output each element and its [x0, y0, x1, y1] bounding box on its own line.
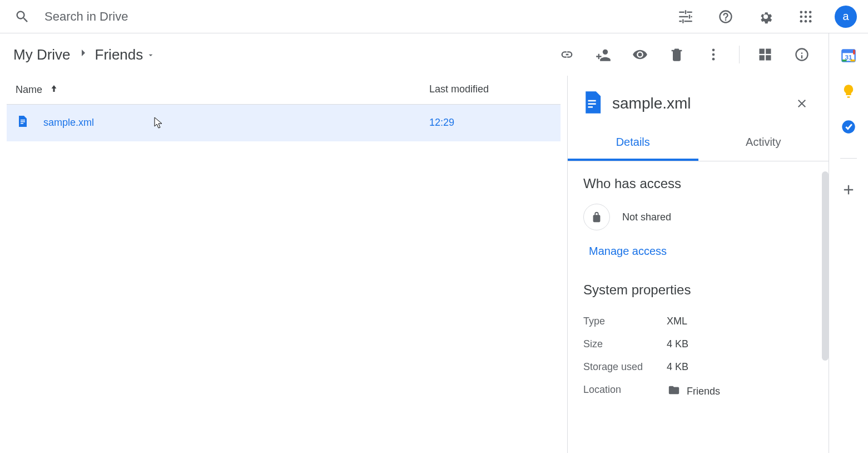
svg-rect-34: [842, 50, 855, 53]
search-input[interactable]: [44, 9, 378, 24]
toolbar-row: My Drive Friends: [0, 33, 829, 76]
breadcrumb-current[interactable]: Friends: [95, 46, 156, 63]
svg-rect-3: [679, 16, 688, 17]
prop-type-value: XML: [667, 316, 687, 327]
props-heading: System properties: [583, 282, 813, 298]
prop-location-label: Location: [583, 384, 667, 399]
prop-location-value[interactable]: Friends: [667, 384, 720, 399]
chevron-down-icon: [146, 46, 155, 63]
panel-tabs: Details Activity: [568, 126, 829, 161]
svg-rect-25: [760, 55, 765, 60]
avatar-letter: a: [842, 10, 849, 23]
preview-eye-icon[interactable]: [629, 43, 651, 66]
svg-point-20: [712, 49, 715, 52]
panel-doc-icon: [583, 91, 602, 116]
grid-view-icon[interactable]: [754, 43, 776, 66]
svg-point-18: [805, 19, 807, 22]
svg-rect-36: [842, 60, 846, 62]
svg-rect-26: [766, 55, 771, 60]
column-name[interactable]: Name: [16, 83, 429, 96]
tasks-icon[interactable]: [841, 119, 856, 135]
breadcrumb: My Drive Friends: [13, 46, 155, 63]
help-icon[interactable]: [715, 6, 737, 28]
toolbar-divider: [739, 46, 740, 63]
right-rail: 31: [829, 33, 868, 453]
column-modified[interactable]: Last modified: [429, 83, 552, 96]
filter-icon[interactable]: [674, 6, 697, 28]
breadcrumb-root[interactable]: My Drive: [13, 46, 71, 63]
scrollbar-thumb[interactable]: [822, 171, 829, 361]
add-icon[interactable]: [841, 182, 856, 198]
main: My Drive Friends: [0, 33, 868, 453]
svg-rect-1: [687, 11, 692, 12]
svg-rect-27: [21, 120, 25, 121]
doc-file-icon: [16, 115, 29, 131]
svg-point-15: [805, 15, 807, 18]
prop-size-label: Size: [583, 338, 667, 350]
svg-rect-37: [851, 60, 855, 62]
search-area: [11, 6, 674, 28]
svg-rect-28: [21, 121, 25, 122]
file-row[interactable]: sample.xml 12:29: [7, 105, 561, 141]
svg-point-16: [809, 15, 812, 18]
list-header: Name Last modified: [7, 76, 561, 105]
svg-rect-31: [588, 103, 596, 105]
gear-icon[interactable]: [755, 6, 777, 28]
prop-storage: Storage used 4 KB: [583, 356, 813, 378]
svg-rect-38: [853, 50, 855, 55]
topbar-right: a: [674, 6, 857, 28]
prop-storage-value: 4 KB: [667, 361, 688, 373]
link-icon[interactable]: [555, 43, 578, 66]
svg-point-19: [809, 19, 812, 22]
column-name-label: Name: [16, 84, 42, 96]
access-heading: Who has access: [583, 176, 813, 191]
svg-rect-24: [766, 49, 771, 54]
prop-location-text: Friends: [687, 386, 720, 397]
folder-icon: [667, 384, 681, 399]
svg-point-17: [800, 19, 803, 22]
topbar: a: [0, 0, 868, 33]
tab-activity[interactable]: Activity: [698, 126, 829, 161]
sort-up-icon: [49, 83, 59, 96]
content-area: My Drive Friends: [0, 33, 829, 453]
prop-storage-label: Storage used: [583, 361, 667, 373]
svg-point-14: [800, 15, 803, 18]
more-vert-icon[interactable]: [702, 43, 725, 66]
account-avatar[interactable]: a: [835, 6, 857, 28]
details-panel: sample.xml Details Activity Who has acce…: [567, 76, 829, 453]
svg-point-13: [809, 11, 812, 13]
svg-point-11: [800, 11, 803, 13]
lock-icon: [583, 204, 610, 230]
share-person-icon[interactable]: [592, 43, 614, 66]
svg-rect-30: [588, 100, 596, 102]
svg-rect-7: [691, 16, 692, 17]
tab-details[interactable]: Details: [568, 126, 698, 161]
close-icon[interactable]: [791, 92, 813, 115]
prop-location: Location Friends: [583, 378, 813, 405]
svg-rect-5: [689, 14, 690, 18]
calendar-icon[interactable]: 31: [841, 48, 856, 63]
mouse-cursor-icon: [154, 117, 163, 129]
prop-type: Type XML: [583, 310, 813, 333]
svg-rect-23: [760, 49, 765, 54]
chevron-right-icon: [76, 46, 90, 63]
info-icon[interactable]: [791, 43, 813, 66]
manage-access-link[interactable]: Manage access: [589, 245, 667, 258]
search-icon[interactable]: [11, 6, 33, 28]
file-modified: 12:29: [429, 117, 552, 129]
svg-rect-29: [21, 123, 23, 124]
svg-rect-0: [679, 11, 684, 12]
file-area: Name Last modified sample.xml 12:29: [0, 76, 829, 453]
keep-icon[interactable]: [841, 83, 856, 99]
svg-rect-32: [588, 106, 593, 108]
apps-icon[interactable]: [795, 6, 817, 28]
prop-size: Size 4 KB: [583, 333, 813, 356]
rail-divider: [840, 158, 857, 159]
trash-icon[interactable]: [666, 43, 688, 66]
svg-point-22: [712, 58, 715, 61]
svg-rect-8: [679, 21, 682, 22]
svg-point-21: [712, 53, 715, 56]
svg-point-12: [805, 11, 807, 13]
access-row: Not shared: [583, 204, 813, 230]
panel-body: Who has access Not shared Manage access …: [568, 161, 829, 453]
